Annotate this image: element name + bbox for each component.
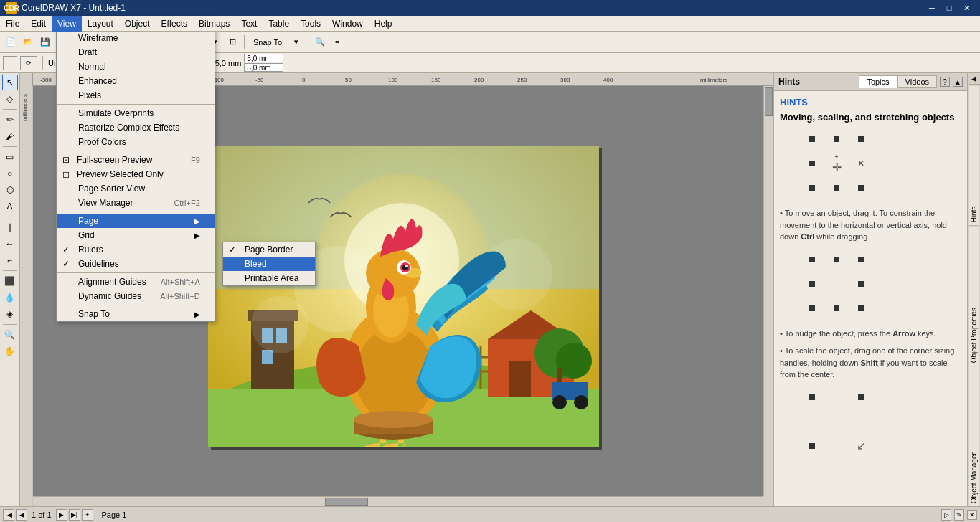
menu-bitmaps[interactable]: Bitmaps [193, 16, 235, 32]
menu-item-page[interactable]: Page ▶ [57, 214, 215, 228]
canvas-drawing[interactable] [208, 146, 599, 447]
new-button[interactable]: 📄 [3, 34, 19, 50]
tool-status-3[interactable]: ✕ [967, 510, 977, 520]
side-tab-object-properties[interactable]: Object Properties [969, 225, 979, 366]
svg-text:100: 100 [388, 77, 398, 83]
vertical-scrollbar[interactable] [763, 86, 773, 496]
nav-prev[interactable]: ◀ [16, 509, 27, 521]
maximize-button[interactable]: □ [941, 2, 957, 14]
menu-item-guidelines[interactable]: ✓ Guidelines [57, 257, 215, 271]
minimize-button[interactable]: ─ [924, 2, 940, 14]
hints-help-button[interactable]: ? [940, 77, 950, 87]
hints-collapse-button[interactable]: ▲ [953, 77, 963, 87]
view-btn[interactable]: 🔍 [312, 34, 328, 50]
menu-object[interactable]: Object [119, 16, 156, 32]
menu-item-wireframe[interactable]: Wireframe [57, 31, 215, 45]
snap-to-btn[interactable]: Snap To [248, 34, 287, 50]
menu-item-pixels[interactable]: Pixels [57, 88, 215, 103]
fullscreen-icon: ⊡ [60, 154, 72, 166]
tool-rect[interactable]: ▭ [2, 149, 18, 165]
submenu-item-page-border[interactable]: ✓ Page Border [223, 242, 315, 257]
tool-freehand[interactable]: ✏ [2, 112, 18, 128]
tool-interactive[interactable]: ◈ [2, 306, 18, 322]
title-bar: CDR CorelDRAW X7 - Untitled-1 ─ □ ✕ [0, 0, 980, 16]
tool-ellipse[interactable]: ○ [2, 166, 18, 181]
height-input[interactable] [244, 63, 283, 72]
vertical-scrollbar-thumb[interactable] [765, 87, 773, 116]
menu-item-snap-to[interactable]: Snap To ▶ [57, 307, 215, 321]
nav-next[interactable]: ▶ [56, 509, 67, 521]
tool-hand[interactable]: ✋ [2, 343, 18, 359]
width-input[interactable] [244, 54, 283, 62]
tab-topics[interactable]: Topics [859, 75, 897, 88]
tool-connector[interactable]: ⌐ [2, 252, 18, 268]
horizontal-scrollbar-thumb[interactable] [325, 498, 368, 506]
menu-item-preview-selected[interactable]: ◻ Preview Selected Only [57, 167, 215, 181]
svg-point-57 [405, 265, 408, 267]
side-tab-object-manager[interactable]: Object Manager [969, 366, 979, 506]
menu-text[interactable]: Text [235, 16, 263, 32]
tool-status-1[interactable]: ▷ [941, 509, 951, 521]
snap-dropdown[interactable]: ▾ [288, 34, 304, 50]
side-tab-hints[interactable]: Hints [969, 85, 979, 225]
save-button[interactable]: 💾 [37, 34, 53, 50]
item-label: View Manager [78, 198, 133, 208]
zoom-fit[interactable]: ⊡ [225, 34, 240, 50]
menu-item-dynamic-guides[interactable]: Dynamic Guides Alt+Shift+D [57, 289, 215, 303]
tool-shape[interactable]: ◇ [2, 91, 18, 107]
nudge-diagram [801, 249, 940, 319]
menu-file[interactable]: File [0, 16, 25, 32]
ndl-bm [834, 305, 839, 311]
submenu-item-printable-area[interactable]: Printable Area [223, 271, 315, 285]
tool-parallel[interactable]: ∥ [2, 219, 18, 235]
menu-table[interactable]: Table [263, 16, 295, 32]
menu-item-draft[interactable]: Draft [57, 45, 215, 60]
horizontal-scrollbar[interactable] [33, 496, 763, 506]
layout-btn[interactable]: ≡ [329, 34, 345, 50]
menu-item-normal[interactable]: Normal [57, 60, 215, 74]
tool-eyedropper[interactable]: 💧 [2, 290, 18, 305]
hints-panel: Hints Topics Videos ? ▲ HINTS Moving, sc… [773, 73, 967, 506]
tool-status-2[interactable]: ✎ [954, 509, 964, 521]
tab-videos[interactable]: Videos [897, 75, 937, 88]
menu-layout[interactable]: Layout [82, 16, 119, 32]
nav-add-page[interactable]: + [82, 509, 93, 521]
sc-mr [850, 411, 872, 432]
tool-select[interactable]: ↖ [2, 75, 18, 90]
tool-zoom[interactable]: 🔍 [2, 327, 18, 343]
tool-artistic[interactable]: 🖌 [2, 128, 18, 144]
menu-effects[interactable]: Effects [156, 16, 193, 32]
close-button[interactable]: ✕ [958, 2, 974, 14]
menu-view[interactable]: View [52, 16, 82, 32]
tool-polygon[interactable]: ⬡ [2, 182, 18, 198]
menu-item-page-sorter[interactable]: Page Sorter View [57, 181, 215, 196]
menu-item-view-manager[interactable]: View Manager Ctrl+F2 [57, 196, 215, 210]
submenu-item-bleed[interactable]: Bleed [223, 257, 315, 271]
menu-help[interactable]: Help [369, 16, 398, 32]
landscape-btn[interactable]: ⟳ [20, 56, 37, 70]
menu-item-rasterize[interactable]: Rasterize Complex Effects [57, 120, 215, 135]
menu-item-simulate-overprints[interactable]: Simulate Overprints [57, 106, 215, 120]
nav-last[interactable]: ▶| [69, 509, 80, 521]
hints-heading: Moving, scaling, and stretching objects [780, 112, 961, 123]
hints-text-1: • To move an object, drag it. To constra… [780, 207, 961, 243]
menu-tools[interactable]: Tools [295, 16, 326, 32]
menu-window[interactable]: Window [326, 16, 369, 32]
menu-item-enhanced[interactable]: Enhanced [57, 74, 215, 88]
side-tab-collapse[interactable]: ◀ [969, 73, 980, 85]
menu-item-fullscreen[interactable]: ⊡ Full-screen Preview F9 [57, 153, 215, 167]
menu-item-grid[interactable]: Grid ▶ [57, 228, 215, 242]
menu-edit[interactable]: Edit [25, 16, 52, 32]
tool-text[interactable]: A [2, 199, 18, 214]
menu-item-rulers[interactable]: ✓ Rulers [57, 242, 215, 257]
sc-br: ↙ [850, 435, 872, 457]
nav-first[interactable]: |◀ [3, 509, 14, 521]
page-size-btn[interactable] [3, 56, 17, 70]
tool-fill[interactable]: ⬛ [2, 273, 18, 289]
open-button[interactable]: 📂 [20, 34, 36, 50]
hints-title: Hints [778, 77, 800, 87]
menu-item-proof-colors[interactable]: Proof Colors [57, 135, 215, 149]
handle-bm [834, 185, 839, 191]
tool-dimension[interactable]: ↔ [2, 236, 18, 252]
menu-item-alignment-guides[interactable]: Alignment Guides Alt+Shift+A [57, 275, 215, 289]
